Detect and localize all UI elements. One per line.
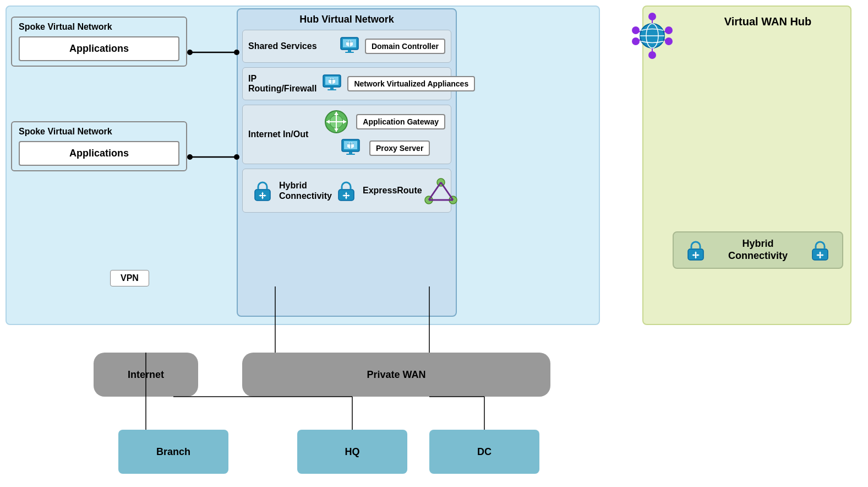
shared-services-section: Shared Services Domain Controller: [242, 30, 451, 63]
spoke-vnet-1: Spoke Virtual Network Applications: [11, 17, 187, 67]
diagram-root: Virtual WAN Hub Spoke: [0, 0, 868, 487]
svg-line-61: [429, 182, 441, 200]
monitor-icon-2: [321, 73, 343, 95]
shared-services-label: Shared Services: [248, 41, 334, 51]
proxy-server-box: Proxy Server: [369, 140, 430, 156]
spoke2-app-label: Applications: [69, 148, 129, 159]
svg-rect-43: [346, 154, 355, 155]
app-gateway-box: Application Gateway: [356, 114, 445, 129]
svg-rect-21: [345, 52, 354, 53]
hybrid-label-hub: HybridConnectivity: [279, 180, 332, 201]
internet-inout-section: Internet In/Out Applicatio: [242, 105, 451, 164]
wan-hybrid-lock-right: [808, 238, 832, 262]
vpn-box: VPN: [110, 270, 149, 286]
vpn-label: VPN: [121, 273, 139, 283]
wan-hub-title: Virtual WAN Hub: [699, 15, 837, 28]
monitor-icon-3: [340, 137, 362, 159]
express-route-label: ExpressRoute: [363, 185, 422, 196]
spoke2-title: Spoke Virtual Network: [19, 127, 179, 137]
spoke-vnet-2: Spoke Virtual Network Applications: [11, 121, 187, 171]
hybrid-lock-icon-left: [250, 178, 275, 203]
express-route-icon: [424, 177, 457, 204]
hq-label: HQ: [345, 446, 360, 458]
hq-box: HQ: [297, 430, 407, 474]
hub-vnet: Hub Virtual Network Shared Services Doma…: [237, 8, 457, 317]
svg-rect-42: [349, 151, 352, 154]
branch-label: Branch: [156, 446, 190, 458]
dc-label: DC: [477, 446, 492, 458]
spoke1-app-label: Applications: [69, 43, 129, 54]
spoke1-title: Spoke Virtual Network: [19, 22, 179, 32]
spoke1-app-box: Applications: [19, 36, 179, 61]
ip-routing-section: IP Routing/Firewall Network Virtualized …: [242, 67, 451, 100]
svg-rect-20: [348, 50, 351, 52]
wan-globe-icon: [627, 11, 677, 61]
nva-box: Network Virtualized Appliances: [347, 76, 475, 91]
ip-routing-label: IP Routing/Firewall: [248, 74, 316, 94]
dc-box: DC: [429, 430, 539, 474]
hybrid-connectivity-section: HybridConnectivity ExpressRoute: [242, 169, 451, 213]
wan-hybrid-label: Hybrid Connectivity: [717, 238, 799, 262]
monitor-icon-1: [339, 35, 361, 57]
branch-box: Branch: [118, 430, 228, 474]
spoke2-app-box: Applications: [19, 141, 179, 166]
wan-hybrid-lock-left: [684, 238, 708, 262]
wan-hybrid-panel: Hybrid Connectivity: [673, 231, 843, 269]
hub-title: Hub Virtual Network: [242, 14, 451, 25]
svg-rect-28: [327, 89, 336, 90]
internet-inout-label: Internet In/Out: [248, 129, 320, 139]
private-wan-label: Private WAN: [367, 369, 425, 381]
hybrid-lock-icon-right: [334, 178, 358, 203]
private-wan-box: Private WAN: [242, 353, 550, 397]
svg-line-62: [441, 182, 453, 200]
domain-controller-box: Domain Controller: [365, 39, 445, 54]
internet-label: Internet: [128, 369, 164, 381]
internet-box: Internet: [94, 353, 198, 397]
svg-rect-27: [330, 87, 334, 89]
app-gateway-icon: [324, 110, 348, 134]
